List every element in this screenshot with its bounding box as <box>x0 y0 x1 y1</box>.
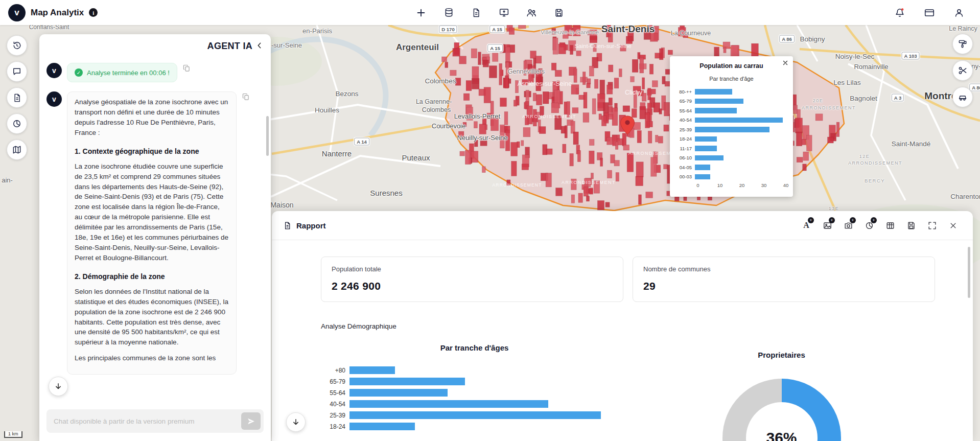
app-header: v Map Analytix i <box>0 0 980 25</box>
save-report-button[interactable] <box>902 218 920 233</box>
close-icon <box>949 222 957 229</box>
add-button[interactable] <box>411 4 431 22</box>
age-chart-category: 18-24 <box>321 423 349 430</box>
add-text-button[interactable]: A+ <box>798 218 815 233</box>
agent-scrollbar[interactable] <box>266 116 269 156</box>
popup-chart-row: 00-03 <box>676 173 786 181</box>
documents-button[interactable] <box>7 87 27 108</box>
location-pin[interactable] <box>620 115 635 135</box>
charts-button[interactable] <box>7 113 27 134</box>
stat-card-communes: Nombre de communes 29 <box>633 257 935 302</box>
agent-chat-footer <box>39 403 271 441</box>
copy-icon <box>182 64 191 73</box>
popup-chart-category: 40-54 <box>676 117 695 123</box>
plus-badge: + <box>850 217 856 223</box>
fullscreen-button[interactable] <box>923 218 941 233</box>
close-report-button[interactable] <box>944 218 962 233</box>
map-label: Asnières-sur-Seine <box>518 80 572 87</box>
chevron-left-icon <box>255 41 264 50</box>
road-badge: D 170 <box>439 26 457 33</box>
stats-row: Population totale 2 246 900 Nombre de co… <box>321 257 935 302</box>
popup-chart-bar <box>695 155 724 161</box>
map-label: Noisy-le-Sec <box>835 53 875 60</box>
map-style-button[interactable] <box>952 34 973 54</box>
collapse-panel-button[interactable] <box>255 41 264 51</box>
popup-chart-row: 40-54 <box>676 117 786 124</box>
stat-value: 29 <box>643 280 924 292</box>
notification-dot <box>901 8 903 10</box>
map-label: 20E <box>813 98 824 103</box>
map-label: ain- <box>2 176 13 184</box>
copy-message-button[interactable] <box>242 92 250 103</box>
plus-badge: + <box>871 217 877 223</box>
report-body[interactable]: Population totale 2 246 900 Nombre de co… <box>272 240 973 441</box>
close-popup-button[interactable] <box>782 60 788 67</box>
map-label: Saint-Ouen-sur-Seine <box>574 43 631 49</box>
age-chart-row: 25-39 <box>321 411 628 419</box>
add-chart-button[interactable]: + <box>860 218 878 233</box>
arrow-down-icon <box>291 417 300 427</box>
owners-chart: Proprietaires 36% <box>628 343 935 441</box>
scroll-down-button[interactable] <box>49 377 68 396</box>
history-button[interactable] <box>7 35 27 56</box>
table-icon <box>885 221 895 230</box>
info-icon[interactable]: i <box>89 8 98 17</box>
bell-icon <box>894 7 905 18</box>
status-message: ✓ Analyse terminée en 00:06 ! <box>67 63 177 82</box>
scissors-icon <box>958 65 968 76</box>
send-button[interactable] <box>241 412 261 430</box>
popup-chart-category: 06-10 <box>676 155 695 160</box>
stat-label: Population totale <box>332 265 613 273</box>
screen-share-button[interactable] <box>494 4 514 22</box>
age-chart-bar <box>349 378 465 385</box>
age-chart-row: 55-64 <box>321 389 628 397</box>
report-scrollbar[interactable] <box>968 247 970 298</box>
popup-chart-category: 00-03 <box>676 174 695 179</box>
stat-label: Nombre de communes <box>643 265 924 273</box>
chat-button[interactable] <box>7 61 27 82</box>
agent-messages[interactable]: v ✓ Analyse terminée en 00:06 ! v Analys… <box>39 58 271 403</box>
layers-button[interactable] <box>439 4 458 22</box>
popup-chart-bar <box>695 174 710 180</box>
popup-chart-bar <box>695 108 737 113</box>
team-button[interactable] <box>522 4 541 22</box>
report-button[interactable] <box>466 4 486 22</box>
add-photo-button[interactable]: + <box>839 218 857 233</box>
section-label: Analyse Démographique <box>321 322 935 330</box>
message-paragraph: La zone isochrone étudiée couvre une sup… <box>75 161 229 263</box>
map-label: Argenteuil <box>396 42 439 53</box>
cut-zone-button[interactable] <box>952 60 973 81</box>
copy-message-button[interactable] <box>182 64 191 74</box>
age-chart-row: 18-24 <box>321 423 628 430</box>
popup-chart-category: 80-++ <box>676 89 695 95</box>
export-table-button[interactable] <box>881 218 899 233</box>
billing-button[interactable] <box>920 4 939 22</box>
map-label: Bobigny <box>800 35 825 43</box>
road-badge: A 86 <box>779 35 795 43</box>
popup-chart-category: 18-24 <box>676 136 695 142</box>
age-chart-bar <box>349 423 415 430</box>
message-sections: 1. Contexte géographique de la zoneLa zo… <box>75 146 229 363</box>
left-toolbar <box>7 35 27 160</box>
notifications-button[interactable] <box>890 4 909 22</box>
popup-chart-bar <box>695 99 743 104</box>
fullscreen-icon <box>927 221 937 230</box>
age-chart-category: 65-79 <box>321 378 349 385</box>
save-button[interactable] <box>549 4 569 22</box>
map-label: ARRONDISSEMENT <box>522 114 576 119</box>
map-label: ARRONDISSEMENT <box>802 105 856 110</box>
app-logo: v <box>8 4 26 21</box>
axis-tick: 0 <box>696 182 699 188</box>
scroll-down-button[interactable] <box>286 412 306 432</box>
map-label: en-Parisis <box>302 27 332 35</box>
road-badge: A 15 <box>487 44 503 52</box>
chat-input[interactable] <box>54 417 241 425</box>
popup-chart-bar <box>695 136 717 142</box>
map-label: Charenton-le-P <box>950 193 980 200</box>
road-badge: A 14 <box>354 138 369 146</box>
transport-button[interactable] <box>952 87 973 107</box>
maps-button[interactable] <box>7 140 27 160</box>
account-button[interactable] <box>949 4 969 22</box>
popup-chart-row: 11-17 <box>676 145 786 152</box>
add-image-button[interactable]: + <box>819 218 836 233</box>
